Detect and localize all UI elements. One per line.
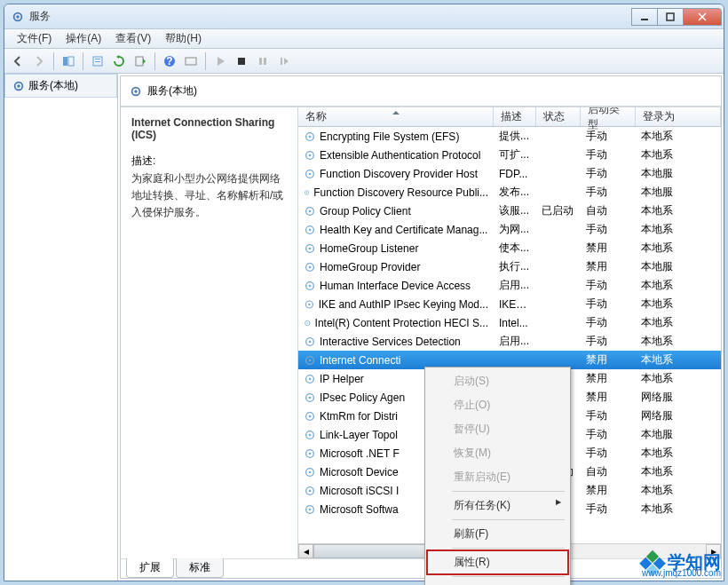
gear-icon [304,280,316,292]
svg-text:?: ? [166,55,172,67]
service-logon: 本地系 [636,500,721,518]
svg-point-48 [309,377,312,380]
service-name: Intel(R) Content Protection HECI S... [315,317,488,329]
col-name[interactable]: 名称 [298,107,494,126]
col-startup[interactable]: 启动类型 [581,107,636,126]
scroll-left-button[interactable]: ◂ [298,544,313,558]
service-row[interactable]: Encrypting File System (EFS)提供...手动本地系 [298,127,721,146]
service-desc: 发布... [494,183,536,202]
tab-standard[interactable]: 标准 [176,558,224,578]
menu-action[interactable]: 操作(A) [59,29,108,48]
svg-point-52 [309,415,312,417]
service-name: Human Interface Device Access [320,280,471,292]
service-logon: 本地系 [636,481,721,500]
close-button[interactable] [683,8,722,26]
tree-services-local[interactable]: 服务(本地) [4,74,117,98]
view-tabs: 扩展 标准 [121,558,721,578]
service-row[interactable]: Human Interface Device Access启用...手动本地系 [298,276,721,295]
col-status[interactable]: 状态 [536,107,581,126]
service-name: Microsoft Device [320,466,399,478]
service-row[interactable]: Function Discovery Resource Publi...发布..… [298,183,721,202]
services-window: 服务 文件(F) 操作(A) 查看(V) 帮助(H) ? [4,4,724,581]
col-logon[interactable]: 登录为 [636,107,721,126]
service-name: IP Helper [320,373,364,385]
service-logon: 本地系 [636,220,721,239]
service-logon: 本地系 [636,369,721,388]
service-desc: IKEE... [494,296,536,312]
pause-button[interactable] [253,51,273,71]
service-logon: 本地服 [636,425,721,444]
toolbar: ? [4,49,724,74]
service-status [536,135,581,138]
play-button[interactable] [210,51,230,71]
service-desc: 启用... [494,332,536,351]
minimize-button[interactable] [631,8,658,26]
titlebar[interactable]: 服务 [4,4,724,29]
ctx-pause[interactable]: 暂停(U) [427,417,568,441]
back-button[interactable] [8,51,28,71]
service-row[interactable]: HomeGroup Provider执行...禁用本地服 [298,257,721,276]
svg-point-22 [309,135,312,138]
toolbar-icon[interactable] [181,51,201,71]
menu-help[interactable]: 帮助(H) [158,29,209,48]
service-startup: 手动 [581,295,636,313]
ctx-alltasks[interactable]: 所有任务(K) [427,494,568,518]
service-startup: 手动 [581,183,636,202]
tab-extended[interactable]: 扩展 [126,558,174,578]
refresh-button[interactable] [109,51,129,71]
service-desc [494,359,536,362]
gear-icon [304,354,316,367]
tree-item-label: 服务(本地) [28,78,78,93]
svg-rect-16 [281,58,282,65]
service-status [536,228,581,232]
menu-view[interactable]: 查看(V) [108,29,158,48]
service-name: KtmRm for Distri [320,410,398,423]
service-desc: 可扩... [494,146,536,164]
watermark-url: www.jmqz1000.com [642,568,721,578]
gear-icon [304,242,316,255]
restart-button[interactable] [274,51,294,71]
ctx-restart[interactable]: 重新启动(E) [427,465,568,489]
service-row[interactable]: Group Policy Client该服...已启动自动本地系 [298,202,721,220]
service-desc: 执行... [494,257,536,276]
svg-rect-15 [264,58,266,65]
col-desc[interactable]: 描述 [494,107,536,126]
service-row[interactable]: Function Discovery Provider HostFDP...手动… [298,164,721,183]
forward-button[interactable] [29,51,49,71]
ctx-refresh[interactable]: 刷新(F) [427,522,568,546]
service-status [536,172,581,176]
export-button[interactable] [131,51,150,71]
gear-icon [304,298,315,311]
service-logon: 本地系 [636,202,721,220]
service-status [536,247,581,250]
svg-point-62 [309,508,312,510]
tree-pane: 服务(本地) [4,74,118,581]
ctx-properties[interactable]: 属性(R) [427,550,568,574]
watermark: 学知网 www.jmqz1000.com [643,550,721,574]
service-row[interactable]: Health Key and Certificate Manag...为网...… [298,220,721,239]
ctx-help[interactable]: 帮助(H) [427,579,568,585]
ctx-stop[interactable]: 停止(O) [427,393,568,417]
service-status [536,154,581,157]
svg-point-60 [309,489,312,492]
ctx-start[interactable]: 启动(S) [427,369,568,393]
menu-file[interactable]: 文件(F) [10,29,59,48]
stop-button[interactable] [232,51,251,71]
show-hide-button[interactable] [59,51,78,71]
help-button[interactable]: ? [160,51,179,71]
svg-point-44 [309,340,312,343]
service-row[interactable]: Interactive Services Detection启用...手动本地系 [298,332,721,351]
service-row[interactable]: HomeGroup Listener使本...禁用本地系 [298,239,721,257]
svg-point-42 [306,322,308,324]
maximize-button[interactable] [657,8,684,26]
service-startup: 自动 [581,202,636,220]
service-row[interactable]: Extensible Authentication Protocol可扩...手… [298,146,721,164]
service-row[interactable]: Intel(R) Content Protection HECI S...Int… [298,313,721,332]
service-name: Link-Layer Topol [320,429,398,441]
ctx-resume[interactable]: 恢复(M) [427,441,568,465]
service-startup: 手动 [581,500,636,518]
service-row[interactable]: IKE and AuthIP IPsec Keying Mod...IKEE..… [298,295,721,313]
service-startup: 禁用 [581,351,636,369]
service-status [536,191,581,194]
properties-button[interactable] [88,51,107,71]
